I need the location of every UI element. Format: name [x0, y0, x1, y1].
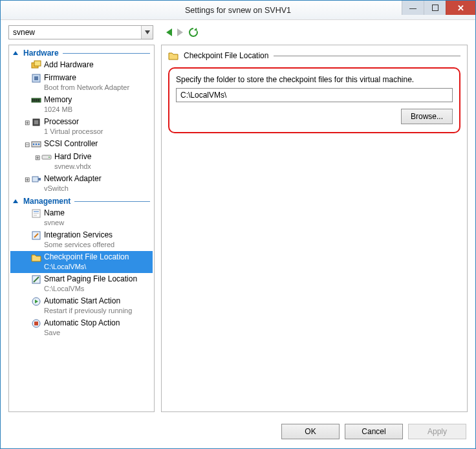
- svg-point-13: [33, 144, 34, 145]
- svg-rect-2: [34, 61, 41, 66]
- settings-window: Settings for svnew on SVHV1 — ✕: [0, 0, 476, 449]
- tree-firmware[interactable]: Firmware Boot from Network Adapter: [10, 72, 153, 94]
- apply-button: Apply: [408, 424, 466, 439]
- body: Hardware Add Hardware: [1, 45, 475, 417]
- chevron-up-icon: [13, 51, 18, 55]
- toolbar: [1, 20, 475, 45]
- tree-checkpoint-file-location[interactable]: Checkpoint File Location C:\LocalVMs\: [10, 251, 153, 273]
- name-icon: [31, 208, 41, 219]
- tree-name[interactable]: Name svnew: [10, 207, 153, 229]
- section-hardware-label: Hardware: [23, 49, 59, 58]
- autostart-icon: [31, 296, 41, 307]
- memory-icon: [31, 95, 41, 105]
- detail-panel: Checkpoint File Location Specify the fol…: [161, 45, 468, 412]
- vm-selector-input[interactable]: [9, 26, 153, 39]
- svg-point-15: [38, 144, 39, 145]
- tree-automatic-start-action[interactable]: Automatic Start Action Restart if previo…: [10, 295, 153, 317]
- tree-scsi-controller[interactable]: ⊟ SCSI Controller: [10, 138, 153, 151]
- autostop-icon: [31, 318, 41, 329]
- svg-point-14: [36, 144, 37, 145]
- svg-rect-19: [38, 178, 41, 181]
- expand-icon[interactable]: ⊞: [34, 153, 41, 162]
- tree-hard-drive[interactable]: ⊞ Hard Drive svnew.vhdx: [10, 151, 153, 173]
- expand-icon[interactable]: ⊞: [23, 175, 31, 184]
- firmware-icon: [31, 73, 41, 83]
- expand-icon[interactable]: ⊞: [23, 118, 31, 127]
- svg-rect-8: [36, 99, 38, 102]
- tree-smart-paging-file-location[interactable]: Smart Paging File Location C:\LocalVMs: [10, 273, 153, 295]
- vm-selector[interactable]: [8, 25, 153, 39]
- processor-icon: [31, 117, 41, 127]
- checkpoint-icon: [31, 252, 41, 263]
- tree-processor[interactable]: ⊞ Processor 1 Virtual processor: [10, 116, 153, 138]
- refresh-icon[interactable]: [188, 27, 199, 38]
- hard-drive-icon: [41, 152, 52, 162]
- ok-button[interactable]: OK: [281, 424, 340, 439]
- integration-icon: [31, 230, 41, 241]
- collapse-icon[interactable]: ⊟: [23, 140, 31, 149]
- titlebar: Settings for svnew on SVHV1 — ✕: [1, 1, 475, 20]
- section-management-label: Management: [23, 197, 70, 206]
- svg-rect-28: [34, 322, 38, 325]
- checkpoint-path-input[interactable]: [176, 88, 453, 102]
- scsi-icon: [31, 139, 41, 149]
- window-controls: — ✕: [402, 1, 475, 15]
- add-hardware-icon: [31, 60, 41, 71]
- dialog-buttons: OK Cancel Apply: [1, 417, 475, 448]
- highlight-box: Specify the folder to store the checkpoi…: [168, 67, 460, 133]
- tree-add-hardware[interactable]: Add Hardware: [10, 59, 153, 72]
- checkpoint-icon: [168, 50, 178, 61]
- svg-rect-4: [34, 76, 38, 80]
- chevron-up-icon: [13, 199, 18, 203]
- tree-automatic-stop-action[interactable]: Automatic Stop Action Save: [10, 317, 153, 339]
- hardware-tree: Add Hardware Firmware Boot from Network …: [9, 59, 154, 195]
- network-adapter-icon: [31, 174, 41, 184]
- browse-button[interactable]: Browse...: [401, 109, 453, 124]
- svg-rect-9: [38, 99, 39, 102]
- nav-forward-icon[interactable]: [177, 28, 183, 36]
- tree-memory[interactable]: Memory 1024 MB: [10, 94, 153, 116]
- svg-rect-0: [432, 5, 438, 11]
- smart-paging-icon: [31, 274, 41, 285]
- tree-network-adapter[interactable]: ⊞ Network Adapter vSwitch: [10, 173, 153, 195]
- svg-rect-11: [34, 120, 38, 124]
- close-button[interactable]: ✕: [446, 1, 475, 15]
- section-hardware[interactable]: Hardware: [9, 47, 154, 59]
- nav-back-icon[interactable]: [166, 28, 172, 36]
- svg-rect-7: [34, 99, 36, 102]
- cancel-button[interactable]: Cancel: [345, 424, 403, 439]
- minimize-button[interactable]: —: [402, 1, 424, 15]
- svg-rect-18: [32, 177, 38, 182]
- settings-tree: Hardware Add Hardware: [8, 45, 155, 412]
- svg-rect-6: [32, 99, 34, 102]
- management-tree: Name svnew Integration Services Some ser…: [9, 207, 154, 339]
- tree-integration-services[interactable]: Integration Services Some services offer…: [10, 229, 153, 251]
- section-management[interactable]: Management: [9, 195, 154, 207]
- maximize-button[interactable]: [424, 1, 446, 15]
- detail-heading-label: Checkpoint File Location: [184, 51, 268, 60]
- detail-description: Specify the folder to store the checkpoi…: [176, 75, 453, 84]
- chevron-down-icon[interactable]: [141, 26, 153, 39]
- svg-point-17: [49, 157, 50, 158]
- detail-heading: Checkpoint File Location: [168, 50, 460, 61]
- nav-icons: [166, 27, 199, 38]
